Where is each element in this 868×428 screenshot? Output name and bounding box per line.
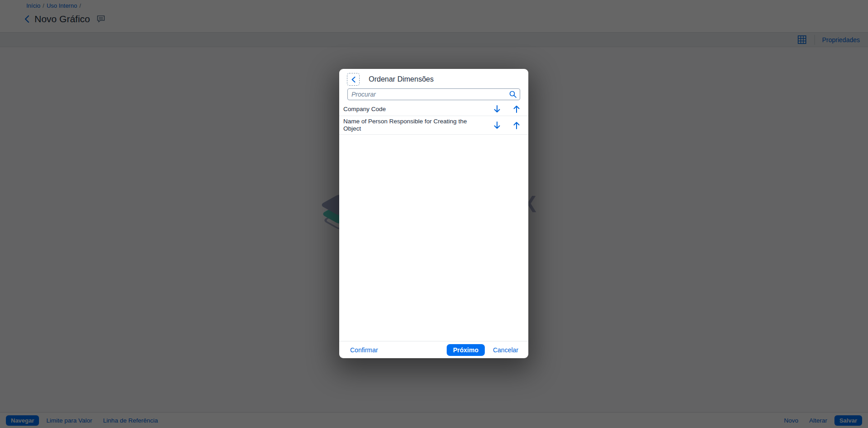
move-down-button[interactable] [493, 105, 501, 113]
dialog-body-spacer [339, 135, 528, 341]
row-arrows [493, 105, 520, 113]
dimension-label: Company Code [343, 106, 479, 113]
dialog-search [347, 88, 520, 100]
move-up-button[interactable] [513, 121, 520, 130]
app-root: Início / Uso Interno / Novo Gráfico Prop… [0, 0, 868, 428]
dimension-label: Name of Person Responsible for Creating … [343, 118, 479, 132]
search-input[interactable] [347, 88, 520, 100]
dialog-title: Ordenar Dimensões [369, 75, 434, 83]
next-button[interactable]: Próximo [447, 344, 485, 356]
row-arrows [493, 121, 520, 130]
dialog-header: Ordenar Dimensões [339, 69, 528, 85]
cancel-button[interactable]: Cancelar [490, 345, 521, 355]
move-down-button[interactable] [493, 121, 501, 130]
dialog-back-button[interactable] [347, 73, 359, 85]
move-up-button[interactable] [513, 105, 520, 113]
dimension-row-responsible-person[interactable]: Name of Person Responsible for Creating … [339, 116, 528, 135]
dimension-row-company-code[interactable]: Company Code [339, 102, 528, 116]
dialog-footer: Confirmar Próximo Cancelar [339, 341, 528, 358]
search-icon[interactable] [509, 90, 517, 100]
order-dimensions-dialog: Ordenar Dimensões Company Code [339, 69, 528, 358]
dimension-list: Company Code Name of Person Responsible … [339, 102, 528, 135]
confirm-button[interactable]: Confirmar [347, 345, 380, 355]
